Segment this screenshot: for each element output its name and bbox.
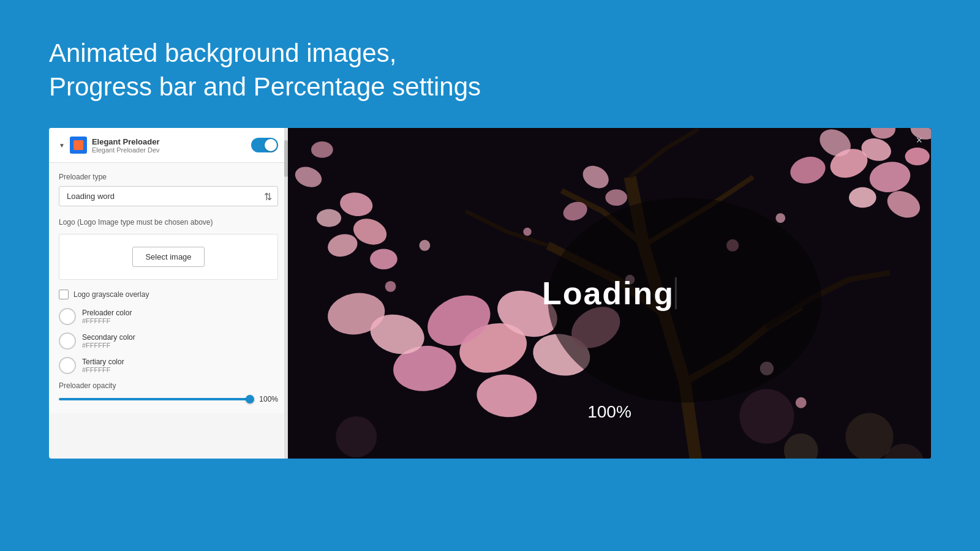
plugin-icon [70, 137, 87, 154]
plugin-icon-inner [74, 140, 83, 150]
tertiary-color-name: Tertiary color [82, 358, 124, 366]
preloader-color-hex: #FFFFFF [82, 317, 132, 324]
tertiary-color-row: Tertiary color #FFFFFF [59, 357, 278, 374]
toggle-switch[interactable] [251, 138, 278, 152]
svg-point-39 [336, 416, 377, 457]
select-image-area: Select image [59, 234, 278, 280]
select-image-button[interactable]: Select image [132, 247, 204, 267]
secondary-color-hex: #FFFFFF [82, 342, 135, 349]
opacity-slider-row: 100% [59, 395, 278, 403]
left-panel: ▼ Elegant Preloader Elegant Preloader De… [49, 128, 288, 459]
opacity-section: Preloader opacity 100% [59, 381, 278, 403]
preloader-color-name: Preloader color [82, 309, 132, 317]
opacity-value: 100% [256, 395, 278, 403]
page-title: Animated background images, Progress bar… [49, 37, 931, 103]
preloader-color-row: Preloader color #FFFFFF [59, 308, 278, 325]
right-panel: × Loading 100% [288, 128, 931, 459]
secondary-color-row: Secondary color #FFFFFF [59, 332, 278, 350]
secondary-color-info: Secondary color #FFFFFF [82, 333, 135, 349]
secondary-color-swatch[interactable] [59, 332, 76, 350]
svg-point-29 [523, 228, 531, 236]
percentage-display: 100% [587, 402, 631, 422]
plugin-name-group: Elegant Preloader Elegant Preloader Dev [92, 137, 160, 154]
svg-point-40 [845, 413, 893, 459]
logo-label: Logo (Logo Image type must be chosen abo… [59, 217, 278, 228]
preloader-type-select[interactable]: Loading word [59, 186, 278, 206]
opacity-label: Preloader opacity [59, 381, 278, 390]
svg-point-33 [385, 281, 396, 292]
text-cursor [675, 277, 677, 309]
svg-point-32 [775, 213, 785, 223]
panel-header: ▼ Elegant Preloader Elegant Preloader De… [49, 128, 288, 163]
svg-point-6 [905, 148, 930, 165]
panel-header-left: ▼ Elegant Preloader Elegant Preloader De… [59, 137, 160, 154]
preloader-color-info: Preloader color #FFFFFF [82, 309, 132, 324]
tertiary-color-swatch[interactable] [59, 357, 76, 374]
plugin-name-sub: Elegant Preloader Dev [92, 146, 160, 154]
panel-body: Preloader type Loading word ⇅ Logo (Logo… [49, 163, 288, 413]
svg-point-14 [317, 209, 341, 227]
tertiary-color-hex: #FFFFFF [82, 366, 124, 373]
secondary-color-name: Secondary color [82, 333, 135, 342]
tertiary-color-info: Tertiary color #FFFFFF [82, 358, 124, 373]
preloader-type-wrapper: Loading word ⇅ [59, 186, 278, 206]
logo-grayscale-checkbox[interactable] [59, 290, 69, 299]
svg-point-35 [796, 397, 807, 408]
main-content: ▼ Elegant Preloader Elegant Preloader De… [0, 128, 980, 459]
header-section: Animated background images, Progress bar… [0, 0, 980, 128]
svg-point-28 [419, 240, 430, 251]
svg-point-17 [605, 189, 627, 206]
svg-point-13 [370, 249, 398, 270]
opacity-slider-track[interactable] [59, 398, 250, 400]
close-button[interactable]: × [916, 134, 922, 147]
opacity-slider-thumb[interactable] [246, 395, 254, 403]
chevron-icon[interactable]: ▼ [59, 142, 65, 149]
svg-point-38 [739, 389, 794, 444]
svg-point-37 [311, 141, 333, 158]
plugin-name-main: Elegant Preloader [92, 137, 160, 146]
preview-background: × Loading 100% [288, 128, 931, 459]
logo-grayscale-row: Logo grayscale overlay [59, 290, 278, 299]
preloader-type-label: Preloader type [59, 173, 278, 181]
logo-grayscale-label: Logo grayscale overlay [74, 290, 149, 299]
preloader-color-swatch[interactable] [59, 308, 76, 325]
svg-point-5 [849, 187, 876, 208]
loading-text-display: Loading [542, 275, 677, 312]
